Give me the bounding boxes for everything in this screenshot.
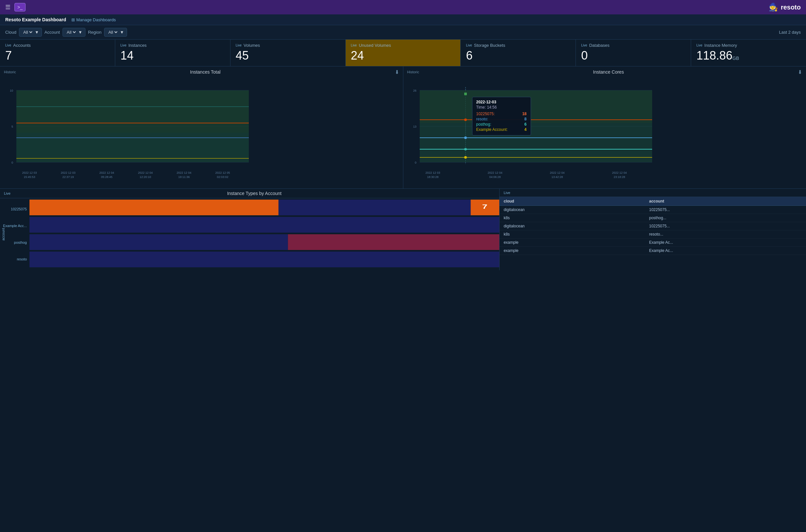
y-axis-label: account <box>1 228 5 241</box>
cloud-account-table: cloud account digitalocean10225075...k8s… <box>499 197 806 255</box>
svg-text:2022 12 04: 2022 12 04 <box>138 171 152 174</box>
metric-title-2: Volumes <box>243 43 260 48</box>
svg-rect-8 <box>16 90 249 133</box>
account-select-input[interactable]: All <box>66 30 77 35</box>
chart-instance-cores: Historic Instance Cores ⬇ 26 13 0 <box>403 66 806 188</box>
top-nav: ☰ >_ 🧙 resoto <box>0 0 806 14</box>
account-label: Account <box>44 30 60 35</box>
table-header: Live <box>499 189 806 197</box>
table-cell-account: Example Ac... <box>645 246 806 254</box>
y-label-10225075: 10225075 <box>0 207 30 211</box>
table-cell-cloud: example <box>499 246 645 254</box>
table-live: Live <box>503 191 510 195</box>
brand-name: resoto <box>781 4 801 11</box>
live-badge-6: Live <box>696 43 702 47</box>
chart-cores-historic: Historic <box>407 70 419 74</box>
metric-unit-6: GB <box>732 56 739 61</box>
svg-text:13: 13 <box>413 125 416 128</box>
svg-point-37 <box>464 118 467 121</box>
y-label-posthog: posthog <box>0 241 30 244</box>
metric-value-5: 0 <box>581 49 588 62</box>
table-row[interactable]: digitalocean10225075... <box>499 222 806 230</box>
instance-types-title: Instance Types by Account <box>13 191 495 196</box>
svg-text:19:11:36: 19:11:36 <box>178 175 189 179</box>
table-cell-cloud: k8s <box>499 230 645 238</box>
live-badge-2: Live <box>236 43 242 47</box>
metric-value-row-6: 118.86GB <box>696 49 801 62</box>
svg-text:12:20:10: 12:20:10 <box>140 175 151 179</box>
instance-types-header: Live Instance Types by Account <box>0 189 499 198</box>
svg-text:5: 5 <box>12 125 13 128</box>
manage-dashboards-button[interactable]: ⊞ Manage Dashboards <box>71 17 116 22</box>
svg-text:10: 10 <box>10 89 13 92</box>
metric-value-row-0: 7 <box>5 49 110 62</box>
chart-instances-title: Instances Total <box>16 69 395 75</box>
live-badge-1: Live <box>121 43 126 47</box>
chevron-down-icon3: ▼ <box>120 30 124 35</box>
table-cell-cloud: example <box>499 238 645 246</box>
svg-text:02:03:02: 02:03:02 <box>217 175 228 179</box>
svg-text:05:28:45: 05:28:45 <box>101 175 112 179</box>
terminal-icon[interactable]: >_ <box>14 3 25 12</box>
chart-cores-header: Historic Instance Cores ⬇ <box>403 69 806 77</box>
treemap-container: account 10225075 Example Acc... posthog … <box>0 198 499 270</box>
table-row[interactable]: k8sposthog... <box>499 214 806 222</box>
svg-text:26: 26 <box>413 89 416 92</box>
instance-types-live: Live <box>4 191 11 195</box>
metric-title-4: Storage Buckets <box>474 43 505 48</box>
metric-value-3: 24 <box>351 49 364 62</box>
metric-header-4: LiveStorage Buckets <box>466 43 570 48</box>
metric-card-instance-memory: LiveInstance Memory118.86GB <box>691 40 806 66</box>
live-badge-3: Live <box>351 43 357 47</box>
metric-header-5: LiveDatabases <box>581 43 685 48</box>
table-row[interactable]: digitalocean10225075... <box>499 206 806 214</box>
metric-value-1: 14 <box>121 49 133 62</box>
metric-title-0: Accounts <box>13 43 31 48</box>
dashboard-title: Resoto Example Dashboard <box>5 17 66 22</box>
instances-total-svg: 10 5 0 2022 12 03 15:45:53 <box>0 77 255 188</box>
metric-header-3: LiveUnused Volumes <box>351 43 455 48</box>
table-row[interactable]: exampleExample Ac... <box>499 238 806 246</box>
grid-icon: ⊞ <box>71 17 75 22</box>
svg-rect-54 <box>30 217 499 233</box>
metric-header-2: LiveVolumes <box>236 43 340 48</box>
download-icon[interactable]: ⬇ <box>395 69 399 75</box>
y-label-resoto: resoto <box>0 257 30 261</box>
account-select[interactable]: All ▼ <box>62 28 86 37</box>
svg-rect-34 <box>420 90 652 123</box>
cloud-select-input[interactable]: All <box>22 30 33 35</box>
metric-value-0: 7 <box>5 49 12 62</box>
chart-cores-title: Instance Cores <box>419 69 798 75</box>
cloud-select[interactable]: All ▼ <box>19 28 42 37</box>
table-cell-account: 10225075... <box>645 222 806 230</box>
region-select-input[interactable]: All <box>107 30 118 35</box>
col-account: account <box>645 197 806 206</box>
metric-bar: LiveAccounts7LiveInstances14LiveVolumes4… <box>0 40 806 66</box>
download-icon2[interactable]: ⬇ <box>798 69 802 75</box>
metric-header-0: LiveAccounts <box>5 43 110 48</box>
instances-total-chart-container: 10 5 0 2022 12 03 15:45:53 <box>0 77 403 188</box>
nav-left: ☰ >_ <box>5 3 25 12</box>
sub-nav: Resoto Example Dashboard ⊞ Manage Dashbo… <box>0 14 806 25</box>
table-cell-account: posthog... <box>645 214 806 222</box>
metric-value-row-4: 6 <box>466 49 570 62</box>
svg-text:2022 12 05: 2022 12 05 <box>215 171 230 174</box>
table-row[interactable]: k8sresoto... <box>499 230 806 238</box>
metric-value-row-3: 24 <box>351 49 455 62</box>
table-row[interactable]: exampleExample Ac... <box>499 246 806 254</box>
y-label-example: Example Acc... <box>0 224 30 228</box>
metric-header-6: LiveInstance Memory <box>696 43 801 48</box>
metric-header-1: LiveInstances <box>121 43 225 48</box>
metric-value-row-5: 0 <box>581 49 685 62</box>
metric-value-row-2: 45 <box>236 49 340 62</box>
cloud-label: Cloud <box>5 30 16 35</box>
region-label: Region <box>88 30 102 35</box>
metric-value-4: 6 <box>466 49 472 62</box>
svg-rect-35 <box>464 93 467 95</box>
svg-rect-57 <box>30 252 499 267</box>
metric-card-storage-buckets: LiveStorage Buckets6 <box>461 40 576 66</box>
hamburger-icon[interactable]: ☰ <box>5 4 11 11</box>
region-select[interactable]: All ▼ <box>104 28 127 37</box>
svg-point-41 <box>464 148 467 151</box>
table-cell-account: resoto... <box>645 230 806 238</box>
